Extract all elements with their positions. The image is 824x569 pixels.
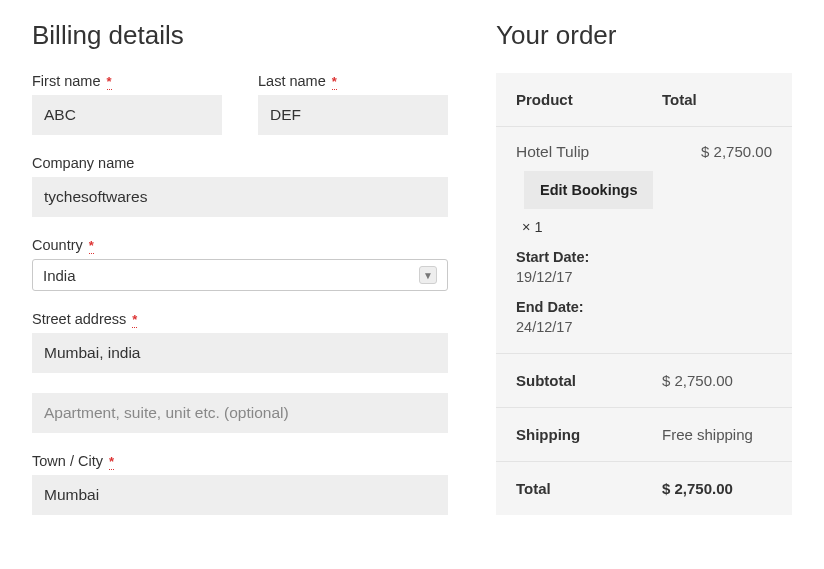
- required-marker: *: [107, 74, 112, 90]
- city-label: Town / City *: [32, 453, 448, 469]
- shipping-value: Free shipping: [662, 426, 772, 443]
- order-col-total: Total: [662, 91, 772, 108]
- end-date-value: 24/12/17: [516, 319, 772, 335]
- street-line2-input[interactable]: [32, 393, 448, 433]
- start-date-value: 19/12/17: [516, 269, 772, 285]
- required-marker: *: [109, 454, 114, 470]
- required-marker: *: [332, 74, 337, 90]
- end-date-label: End Date:: [516, 299, 772, 315]
- last-name-input[interactable]: [258, 95, 448, 135]
- product-total: $ 2,750.00: [701, 143, 772, 161]
- company-label: Company name: [32, 155, 448, 171]
- product-name: Hotel Tulip: [516, 143, 589, 161]
- chevron-down-icon: ▼: [419, 266, 437, 284]
- billing-heading: Billing details: [32, 20, 448, 51]
- required-marker: *: [132, 312, 137, 328]
- first-name-input[interactable]: [32, 95, 222, 135]
- city-input[interactable]: [32, 475, 448, 515]
- edit-bookings-button[interactable]: Edit Bookings: [524, 171, 653, 209]
- start-date-label: Start Date:: [516, 249, 772, 265]
- shipping-label: Shipping: [516, 426, 662, 443]
- first-name-label: First name *: [32, 73, 222, 89]
- total-label: Total: [516, 480, 662, 497]
- subtotal-label: Subtotal: [516, 372, 662, 389]
- last-name-label: Last name *: [258, 73, 448, 89]
- country-select[interactable]: India ▼: [32, 259, 448, 291]
- street-line1-input[interactable]: [32, 333, 448, 373]
- required-marker: *: [89, 238, 94, 254]
- product-qty: × 1: [522, 219, 772, 235]
- subtotal-value: $ 2,750.00: [662, 372, 772, 389]
- country-label: Country *: [32, 237, 448, 253]
- company-input[interactable]: [32, 177, 448, 217]
- total-value: $ 2,750.00: [662, 480, 772, 497]
- order-col-product: Product: [516, 91, 662, 108]
- order-summary: Product Total Hotel Tulip $ 2,750.00 Edi…: [496, 73, 792, 515]
- country-selected-value: India: [43, 267, 76, 284]
- order-heading: Your order: [496, 20, 792, 51]
- street-address-label: Street address *: [32, 311, 448, 327]
